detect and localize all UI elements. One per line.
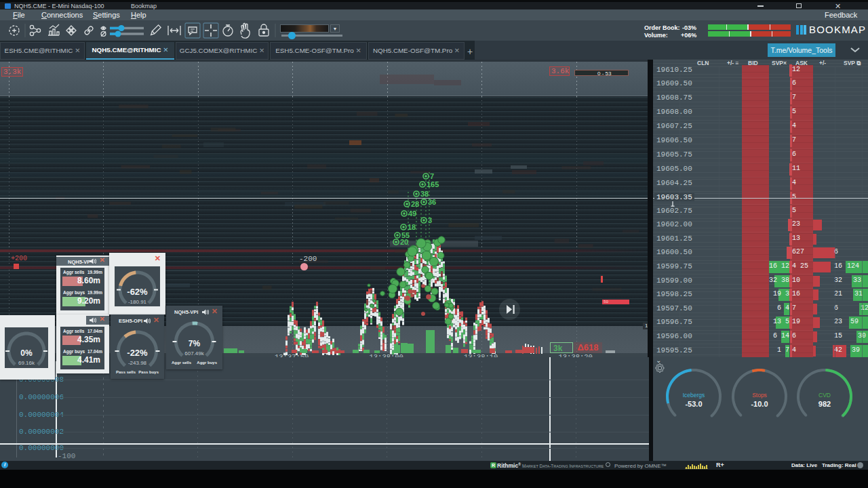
svg-text:28: 28 (411, 200, 419, 208)
svg-text:-53.0: -53.0 (685, 400, 702, 408)
svg-text:36: 36 (428, 198, 436, 206)
svg-text:-180.91: -180.91 (128, 299, 147, 305)
svg-text:607.49k: 607.49k (184, 350, 204, 357)
svg-text:49: 49 (408, 209, 416, 218)
svg-text:CVD: CVD (818, 392, 831, 399)
svg-text:165: 165 (427, 180, 439, 188)
svg-text:69.16k: 69.16k (18, 360, 35, 366)
svg-text:Stops: Stops (752, 392, 767, 399)
svg-text:-243.98: -243.98 (128, 360, 147, 366)
svg-text:38: 38 (420, 190, 429, 198)
svg-text:-10.0: -10.0 (751, 400, 768, 408)
svg-text:-22%: -22% (127, 348, 148, 358)
svg-text:-62%: -62% (127, 287, 148, 297)
svg-text:7%: 7% (189, 339, 201, 348)
svg-text:18: 18 (408, 223, 416, 231)
svg-text:3: 3 (428, 216, 432, 224)
svg-text:20: 20 (400, 238, 408, 246)
svg-text:7: 7 (430, 172, 434, 180)
svg-text:982: 982 (818, 400, 831, 408)
svg-text:0%: 0% (20, 348, 33, 358)
svg-text:Icebergs: Icebergs (683, 392, 705, 399)
